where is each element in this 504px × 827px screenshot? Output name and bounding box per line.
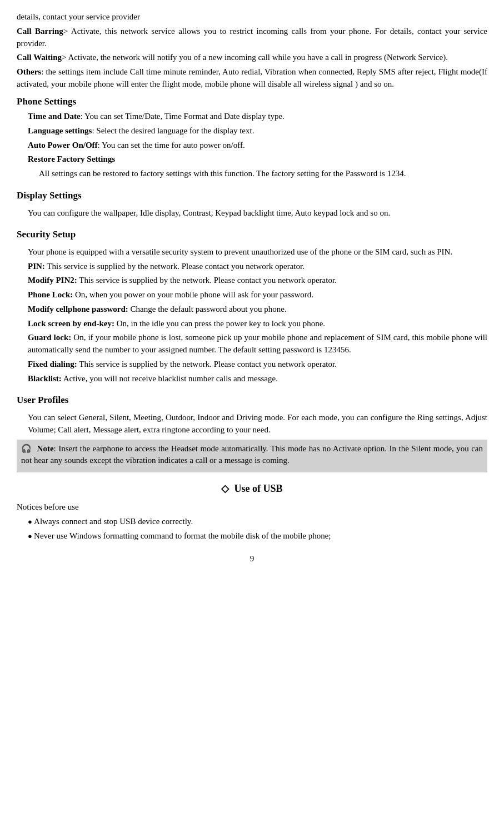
language-settings-label: Language settings xyxy=(28,126,92,135)
guard-lock-text: On, if your mobile phone is lost, someon… xyxy=(28,333,487,354)
auto-power-text: : You can set the time for auto power on… xyxy=(98,141,245,150)
notices-label: Notices before use xyxy=(17,501,487,514)
call-barring-text: > Activate, this network service allows … xyxy=(17,27,487,48)
use-of-usb-label: Use of USB xyxy=(234,483,282,494)
phone-lock-label: Phone Lock: xyxy=(28,290,73,299)
modify-pin2-para: Modify PIN2: This service is supplied by… xyxy=(28,275,487,287)
blacklist-text: Active, you will not receive blacklist n… xyxy=(62,374,278,383)
lock-screen-para: Lock screen by end-key: On, in the idle … xyxy=(28,318,487,330)
bullet-item-2: Never use Windows formatting command to … xyxy=(28,530,487,542)
user-profiles-heading: User Profiles xyxy=(17,393,487,407)
fixed-dialing-para: Fixed dialing: This service is supplied … xyxy=(28,358,487,371)
diamond-symbol: ◇ xyxy=(221,483,229,494)
display-settings-text: You can configure the wallpaper, Idle di… xyxy=(28,207,487,220)
call-waiting-label: Call Waiting xyxy=(17,53,62,62)
phone-lock-para: Phone Lock: On, when you power on your m… xyxy=(28,289,487,301)
pin-label: PIN: xyxy=(28,262,45,271)
restore-factory-heading: Restore Factory Settings xyxy=(28,153,487,166)
lock-screen-text: On, in the idle you can press the power … xyxy=(114,319,325,328)
call-barring-label: Call Barring xyxy=(17,27,63,36)
use-of-usb-section: ◇ Use of USB xyxy=(17,481,487,496)
modify-pin2-text: This service is supplied by the network.… xyxy=(77,276,337,285)
others-label: Others xyxy=(17,67,41,76)
language-settings-text: : Select the desired language for the di… xyxy=(92,126,254,135)
phone-lock-text: On, when you power on your mobile phone … xyxy=(73,290,313,299)
time-date-text: : You can set Time/Date, Time Format and… xyxy=(81,112,285,121)
note-label: Note xyxy=(37,444,54,453)
user-profiles-text: You can select General, Silent, Meeting,… xyxy=(28,412,487,436)
guard-lock-para: Guard lock: On, if your mobile phone is … xyxy=(28,332,487,356)
call-waiting-text: > Activate, the network will notify you … xyxy=(62,53,448,62)
note-box: 🎧 Note: Insert the earphone to access th… xyxy=(17,440,487,473)
lock-screen-label: Lock screen by end-key: xyxy=(28,319,114,328)
security-setup-heading: Security Setup xyxy=(17,228,487,242)
security-setup-text: Your phone is equipped with a versatile … xyxy=(28,246,487,258)
modify-cellphone-text: Change the default password about you ph… xyxy=(128,305,287,313)
usb-bullet-list: Always connect and stop USB device corre… xyxy=(28,516,487,542)
language-settings-para: Language settings: Select the desired la… xyxy=(28,125,487,137)
note-para: 🎧 Note: Insert the earphone to access th… xyxy=(21,443,483,467)
auto-power-label: Auto Power On/Off xyxy=(28,141,98,150)
intro-line: details, contact your service provider xyxy=(17,11,487,23)
auto-power-para: Auto Power On/Off: You can set the time … xyxy=(28,140,487,152)
page-content: details, contact your service provider C… xyxy=(17,11,487,565)
blacklist-label: Blacklist: xyxy=(28,374,62,383)
phone-settings-heading: Phone Settings xyxy=(17,95,487,109)
guard-lock-label: Guard lock: xyxy=(28,333,71,342)
modify-cellphone-label: Modify cellphone password: xyxy=(28,305,128,313)
note-text: : Insert the earphone to access the Head… xyxy=(21,444,483,465)
time-date-label: Time and Date xyxy=(28,112,81,121)
others-text: : the settings item include Call time mi… xyxy=(17,67,487,88)
restore-factory-label: Restore Factory Settings xyxy=(28,155,115,163)
pin-text: This service is supplied by the network.… xyxy=(45,262,305,271)
modify-cellphone-para: Modify cellphone password: Change the de… xyxy=(28,303,487,316)
others-para: Others: the settings item include Call t… xyxy=(17,66,487,91)
fixed-dialing-label: Fixed dialing: xyxy=(28,360,77,368)
bullet-item-1: Always connect and stop USB device corre… xyxy=(28,516,487,528)
pin-para: PIN: This service is supplied by the net… xyxy=(28,261,487,273)
time-date-para: Time and Date: You can set Time/Date, Ti… xyxy=(28,111,487,123)
blacklist-para: Blacklist: Active, you will not receive … xyxy=(28,373,487,385)
modify-pin2-label: Modify PIN2: xyxy=(28,276,77,285)
use-of-usb-heading: ◇ Use of USB xyxy=(17,481,487,496)
note-icon: 🎧 xyxy=(21,444,32,453)
display-settings-heading: Display Settings xyxy=(17,189,487,203)
fixed-dialing-text: This service is supplied by the network.… xyxy=(77,360,337,368)
call-waiting-para: Call Waiting> Activate, the network will… xyxy=(17,52,487,64)
restore-factory-text: All settings can be restored to factory … xyxy=(39,168,487,180)
page-number: 9 xyxy=(17,553,487,565)
call-barring-para: Call Barring> Activate, this network ser… xyxy=(17,26,487,50)
